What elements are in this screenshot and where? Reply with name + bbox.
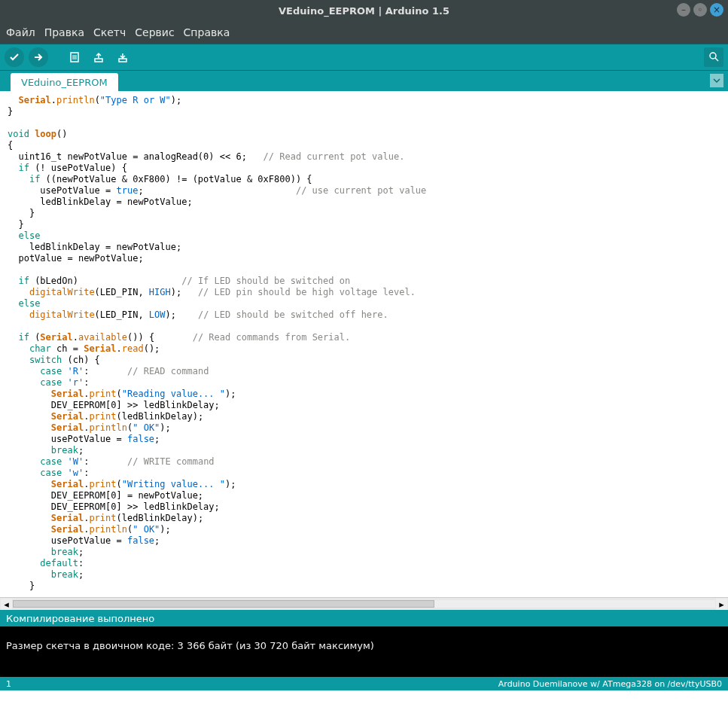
menu-file[interactable]: Файл — [6, 26, 35, 38]
arrow-right-icon — [32, 51, 44, 63]
open-sketch-button[interactable] — [89, 47, 108, 67]
window-title: VEduino_EEPROM | Arduino 1.5 — [279, 5, 449, 17]
arrow-up-icon — [93, 51, 105, 63]
upload-button[interactable] — [29, 47, 48, 67]
tab-menu-button[interactable] — [710, 74, 723, 87]
tab-bar: VEduino_EEPROM — [0, 71, 728, 91]
menu-bar: Файл Правка Скетч Сервис Справка — [0, 21, 728, 44]
menu-tools[interactable]: Сервис — [135, 26, 174, 38]
svg-rect-5 — [119, 59, 126, 62]
window-minimize-button[interactable]: – — [677, 3, 690, 17]
status-bar: Компилирование выполнено — [0, 610, 728, 626]
chevron-down-icon — [713, 75, 720, 87]
magnifier-icon — [708, 50, 720, 65]
console-output: Размер скетча в двоичном коде: 3 366 бай… — [0, 626, 728, 677]
line-number: 1 — [6, 679, 11, 689]
arrow-down-icon — [117, 51, 129, 63]
window-maximize-button[interactable]: ◦ — [693, 3, 707, 17]
code-editor[interactable]: Serial.println("Type R or W"); } void lo… — [0, 91, 728, 597]
serial-monitor-button[interactable] — [704, 47, 723, 67]
svg-point-6 — [710, 53, 716, 59]
board-info: Arduino Duemilanove w/ ATmega328 on /dev… — [498, 679, 722, 689]
menu-edit[interactable]: Правка — [44, 26, 84, 38]
window-titlebar: VEduino_EEPROM | Arduino 1.5 – ◦ × — [0, 0, 728, 21]
window-close-button[interactable]: × — [710, 3, 723, 17]
new-sketch-button[interactable] — [65, 47, 84, 67]
editor-area: Serial.println("Type R or W"); } void lo… — [0, 91, 728, 610]
scroll-right-button[interactable]: ▸ — [716, 599, 727, 610]
horizontal-scrollbar[interactable]: ◂ ▸ — [0, 597, 728, 610]
triangle-right-icon: ▸ — [719, 599, 724, 610]
verify-button[interactable] — [5, 47, 24, 67]
status-message: Компилирование выполнено — [6, 613, 154, 624]
check-icon — [8, 51, 20, 63]
svg-rect-4 — [95, 59, 102, 62]
footer-bar: 1 Arduino Duemilanove w/ ATmega328 on /d… — [0, 677, 728, 690]
triangle-left-icon: ◂ — [4, 599, 9, 610]
scroll-handle[interactable] — [13, 600, 434, 608]
toolbar — [0, 44, 728, 71]
file-icon — [69, 51, 81, 63]
menu-help[interactable]: Справка — [184, 26, 230, 38]
console-line: Размер скетча в двоичном коде: 3 366 бай… — [6, 640, 722, 651]
save-sketch-button[interactable] — [113, 47, 133, 67]
scroll-left-button[interactable]: ◂ — [1, 599, 12, 610]
tab-main[interactable]: VEduino_EEPROM — [11, 73, 118, 91]
menu-sketch[interactable]: Скетч — [93, 26, 126, 38]
svg-line-7 — [715, 58, 718, 61]
